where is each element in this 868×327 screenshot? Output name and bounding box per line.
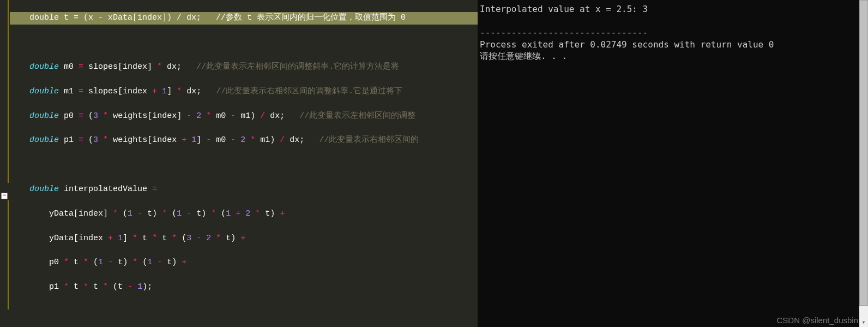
scroll-down-icon[interactable]: ▼ [859,318,868,327]
bracket-guide [8,200,9,310]
code-line [10,37,478,49]
code-area[interactable]: double t = (x - xData[index]) / dx; //参数… [10,0,478,327]
terminal-output-pane[interactable]: Interpolated value at x = 2.5: 3 -------… [478,0,859,327]
code-line: double m0 = slopes[index] * dx; //此变量表示左… [10,61,478,73]
fold-toggle-icon[interactable]: − [1,193,8,199]
code-line [10,159,478,171]
scroll-thumb[interactable] [859,0,868,306]
code-line: yData[index + 1] * t * t * (3 - 2 * t) + [10,233,478,245]
code-line: double p1 = (3 * weights[index + 1] - m0… [10,134,478,146]
code-line: double m1 = slopes[index + 1] * dx; //此变… [10,86,478,98]
code-line [10,306,478,318]
code-line: p1 * t * t * (t - 1); [10,281,478,293]
vertical-scrollbar[interactable]: ▲ ▼ [859,0,868,327]
watermark-text: CSDN @silent_dusbin [777,316,858,325]
highlighted-line: double t = (x - xData[index]) / dx; //参数… [10,12,478,24]
code-line: p0 * t * (1 - t) * (1 - t) + [10,257,478,269]
code-line: double interpolatedValue = [10,183,478,195]
code-line: yData[index] * (1 - t) * (1 - t) * (1 + … [10,208,478,220]
bracket-guide [8,0,9,183]
code-line: double p0 = (3 * weights[index] - 2 * m0… [10,110,478,122]
code-editor-pane[interactable]: − double t = (x - xData[index]) / dx; //… [0,0,478,327]
editor-gutter: − [0,0,10,327]
